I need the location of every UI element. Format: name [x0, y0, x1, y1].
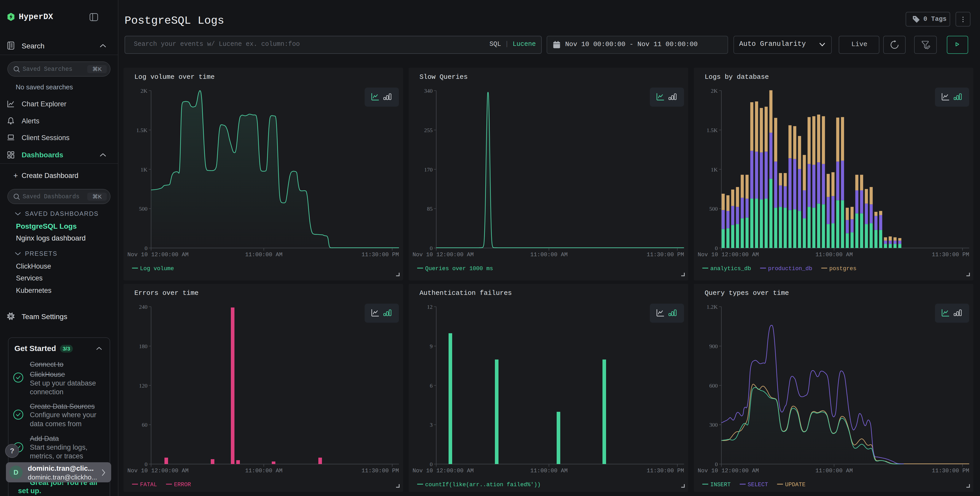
svg-text:1.5K: 1.5K	[137, 127, 148, 133]
svg-text:11:30:00 PM: 11:30:00 PM	[361, 468, 399, 474]
svg-text:0: 0	[715, 245, 718, 251]
svg-text:Query types over time: Query types over time	[705, 289, 789, 297]
svg-text:Nov 10 12:00:00 AM: Nov 10 12:00:00 AM	[698, 252, 759, 258]
svg-text:Nov 10 12:00:00 AM: Nov 10 12:00:00 AM	[698, 468, 759, 474]
svg-text:production_db: production_db	[768, 266, 813, 272]
svg-text:Slow Queries: Slow Queries	[420, 73, 468, 81]
svg-text:analytics_db: analytics_db	[710, 266, 751, 272]
svg-text:0: 0	[430, 245, 433, 251]
svg-text:240: 240	[139, 304, 148, 310]
svg-text:11:30:00 PM: 11:30:00 PM	[361, 252, 399, 258]
svg-text:11:00:00 AM: 11:00:00 AM	[815, 252, 853, 258]
svg-text:500: 500	[709, 206, 718, 212]
svg-text:1K: 1K	[711, 166, 718, 173]
svg-text:11:30:00 PM: 11:30:00 PM	[932, 252, 969, 258]
svg-text:6: 6	[430, 383, 433, 389]
svg-text:0: 0	[430, 461, 433, 467]
svg-text:340: 340	[424, 88, 433, 94]
svg-text:11:00:00 AM: 11:00:00 AM	[815, 468, 853, 474]
svg-text:180: 180	[139, 343, 148, 349]
svg-text:500: 500	[139, 206, 148, 212]
svg-text:Errors over time: Errors over time	[134, 289, 199, 297]
svg-text:ERROR: ERROR	[174, 482, 191, 488]
svg-text:0: 0	[145, 461, 148, 467]
svg-text:300: 300	[709, 421, 718, 428]
svg-text:INSERT: INSERT	[710, 482, 730, 488]
svg-text:UPDATE: UPDATE	[785, 482, 805, 488]
svg-text:Queries over 1000 ms: Queries over 1000 ms	[425, 266, 493, 272]
svg-text:Nov 10 12:00:00 AM: Nov 10 12:00:00 AM	[412, 252, 474, 258]
svg-text:11:00:00 AM: 11:00:00 AM	[245, 468, 282, 474]
svg-text:Nov 10 12:00:00 AM: Nov 10 12:00:00 AM	[127, 468, 189, 474]
svg-text:11:30:00 PM: 11:30:00 PM	[647, 252, 684, 258]
svg-text:255: 255	[424, 127, 433, 133]
svg-text:Logs by database: Logs by database	[705, 73, 769, 81]
svg-text:170: 170	[424, 166, 433, 173]
svg-text:2K: 2K	[711, 88, 718, 94]
svg-text:600: 600	[709, 383, 718, 389]
svg-text:Nov 10 12:00:00 AM: Nov 10 12:00:00 AM	[127, 252, 189, 258]
svg-text:11:30:00 PM: 11:30:00 PM	[647, 468, 684, 474]
svg-text:1.2K: 1.2K	[707, 304, 718, 310]
svg-text:0: 0	[715, 461, 718, 467]
svg-text:60: 60	[142, 421, 148, 428]
svg-text:3: 3	[430, 421, 433, 428]
svg-text:FATAL: FATAL	[140, 482, 157, 488]
svg-text:Authentication failures: Authentication failures	[420, 289, 512, 297]
svg-text:11:30:00 PM: 11:30:00 PM	[932, 468, 969, 474]
svg-text:SELECT: SELECT	[748, 482, 768, 488]
svg-text:1K: 1K	[140, 166, 148, 173]
svg-text:countIf(like(arr..ation failed: countIf(like(arr..ation failed%'))	[425, 482, 541, 488]
svg-text:11:00:00 AM: 11:00:00 AM	[245, 252, 282, 258]
svg-text:11:00:00 AM: 11:00:00 AM	[530, 252, 568, 258]
svg-text:postgres: postgres	[829, 266, 856, 272]
svg-text:9: 9	[430, 343, 433, 349]
svg-text:Nov 10 12:00:00 AM: Nov 10 12:00:00 AM	[412, 468, 474, 474]
svg-text:12: 12	[427, 304, 433, 310]
svg-text:1.5K: 1.5K	[707, 127, 718, 133]
svg-text:Log volume: Log volume	[140, 266, 174, 272]
svg-text:120: 120	[139, 383, 148, 389]
svg-text:0: 0	[145, 245, 148, 251]
svg-text:2K: 2K	[140, 88, 148, 94]
svg-text:Log volume over time: Log volume over time	[134, 73, 215, 81]
svg-text:85: 85	[427, 206, 433, 212]
svg-text:900: 900	[709, 343, 718, 349]
svg-text:11:00:00 AM: 11:00:00 AM	[530, 468, 568, 474]
